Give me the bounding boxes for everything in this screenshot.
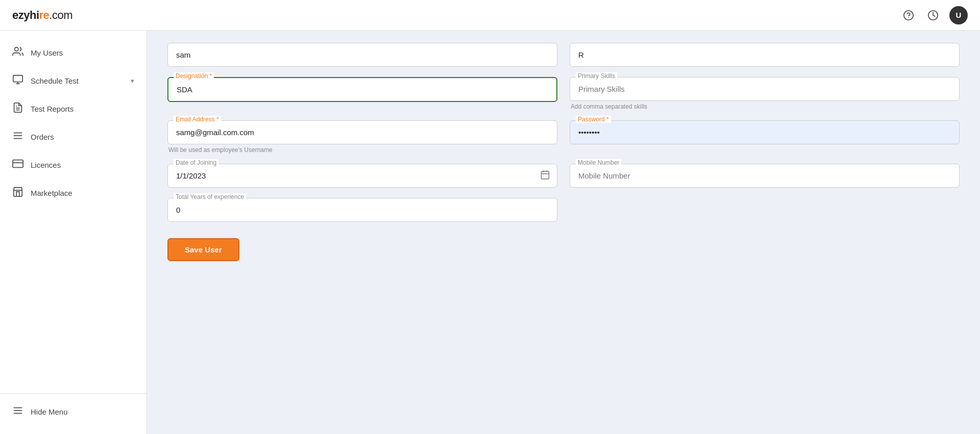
logo-text: ezyhire.com bbox=[12, 9, 72, 22]
date-mobile-row: Date of Joining Mobile Number bbox=[167, 164, 960, 188]
sidebar-item-test-reports[interactable]: Test Reports bbox=[0, 95, 146, 123]
save-user-button[interactable]: Save User bbox=[167, 238, 239, 261]
test-reports-icon bbox=[12, 102, 23, 116]
mobile-number-input[interactable] bbox=[570, 164, 960, 188]
primary-skills-group: Primary Skills Add comma separated skill… bbox=[570, 77, 960, 110]
orders-icon bbox=[12, 130, 23, 144]
user-avatar[interactable]: U bbox=[949, 6, 968, 24]
password-label: Password * bbox=[576, 116, 611, 123]
last-name-input[interactable] bbox=[570, 43, 960, 67]
help-icon[interactable] bbox=[900, 7, 917, 23]
user-form: Designation * Primary Skills Add comma s… bbox=[167, 43, 960, 261]
date-of-joining-input[interactable] bbox=[167, 164, 557, 188]
sidebar-item-my-users[interactable]: My Users bbox=[0, 39, 146, 67]
email-group: Email Address * Will be used as employee… bbox=[167, 120, 557, 154]
svg-rect-12 bbox=[13, 160, 23, 168]
password-input[interactable] bbox=[570, 120, 960, 144]
designation-input[interactable] bbox=[167, 77, 557, 102]
designation-skills-row: Designation * Primary Skills Add comma s… bbox=[167, 77, 960, 110]
main-content: Designation * Primary Skills Add comma s… bbox=[147, 31, 980, 434]
primary-skills-hint: Add comma separated skills bbox=[570, 103, 960, 110]
sidebar-label-marketplace: Marketplace bbox=[31, 189, 72, 197]
sidebar-item-orders[interactable]: Orders bbox=[0, 123, 146, 151]
history-icon[interactable] bbox=[925, 7, 941, 23]
name-row bbox=[167, 43, 960, 67]
email-input[interactable] bbox=[167, 120, 557, 144]
schedule-test-icon bbox=[12, 74, 23, 88]
mobile-number-label: Mobile Number bbox=[576, 159, 621, 166]
sidebar-label-test-reports: Test Reports bbox=[31, 105, 74, 113]
sidebar-label-orders: Orders bbox=[31, 133, 54, 141]
email-hint: Will be used as employee's Username bbox=[167, 146, 557, 154]
primary-skills-input[interactable] bbox=[570, 77, 960, 101]
header-actions: U bbox=[900, 6, 968, 24]
date-wrapper bbox=[167, 164, 557, 188]
form-actions: Save User bbox=[167, 232, 960, 261]
svg-rect-4 bbox=[13, 75, 22, 82]
last-name-group bbox=[570, 43, 960, 67]
designation-label: Designation * bbox=[174, 72, 214, 80]
first-name-input[interactable] bbox=[167, 43, 557, 67]
chevron-down-icon: ▾ bbox=[131, 77, 134, 85]
sidebar: My Users Schedule Test ▾ Test Reports Or… bbox=[0, 31, 147, 434]
sidebar-label-schedule-test: Schedule Test bbox=[31, 76, 79, 85]
marketplace-icon bbox=[12, 186, 23, 200]
sidebar-item-hide-menu[interactable]: Hide Menu bbox=[0, 398, 146, 426]
sidebar-bottom: Hide Menu bbox=[0, 393, 146, 426]
licences-icon bbox=[12, 158, 23, 172]
app-logo: ezyhire.com bbox=[12, 9, 72, 22]
experience-row: Total Years of experience bbox=[167, 198, 960, 222]
sidebar-item-licences[interactable]: Licences bbox=[0, 151, 146, 179]
sidebar-item-schedule-test[interactable]: Schedule Test ▾ bbox=[0, 67, 146, 95]
date-of-joining-label: Date of Joining bbox=[174, 159, 218, 166]
sidebar-label-my-users: My Users bbox=[31, 48, 63, 57]
empty-right-group bbox=[570, 198, 960, 222]
designation-group: Designation * bbox=[167, 77, 557, 110]
sidebar-item-marketplace[interactable]: Marketplace bbox=[0, 179, 146, 207]
mobile-number-group: Mobile Number bbox=[570, 164, 960, 188]
total-years-exp-input[interactable] bbox=[167, 198, 557, 222]
users-icon bbox=[12, 46, 23, 60]
svg-point-3 bbox=[15, 47, 18, 51]
first-name-group bbox=[167, 43, 557, 67]
hide-menu-icon bbox=[12, 405, 23, 419]
primary-skills-label: Primary Skills bbox=[576, 72, 617, 80]
total-years-exp-label: Total Years of experience bbox=[174, 193, 246, 200]
date-of-joining-group: Date of Joining bbox=[167, 164, 557, 188]
total-years-exp-group: Total Years of experience bbox=[167, 198, 557, 222]
app-header: ezyhire.com U bbox=[0, 0, 980, 31]
sidebar-label-licences: Licences bbox=[31, 161, 61, 169]
password-group: Password * bbox=[570, 120, 960, 154]
sidebar-spacer bbox=[0, 207, 146, 393]
sidebar-label-hide-menu: Hide Menu bbox=[31, 407, 68, 416]
main-layout: My Users Schedule Test ▾ Test Reports Or… bbox=[0, 31, 980, 434]
email-password-row: Email Address * Will be used as employee… bbox=[167, 120, 960, 154]
email-label: Email Address * bbox=[174, 116, 221, 123]
